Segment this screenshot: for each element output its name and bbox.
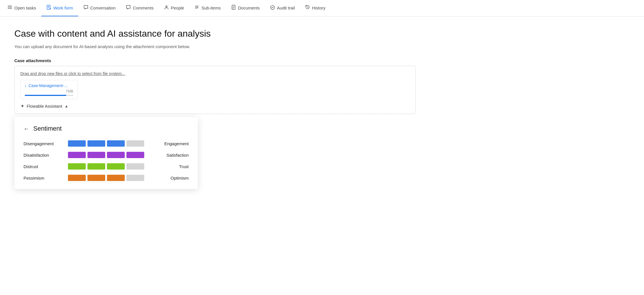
svg-rect-0	[8, 6, 12, 6]
optimism-label: Optimism	[151, 176, 189, 180]
sentiment-row-trust: Distrust Trust	[24, 163, 189, 170]
page-description: You can upload any document for AI-based…	[14, 44, 630, 49]
svg-rect-6	[48, 8, 49, 8]
bar-4	[126, 152, 144, 158]
audit-trail-icon	[270, 5, 275, 11]
sentiment-panel: ← Sentiment Disengagement Engagement Dis…	[14, 117, 198, 189]
svg-rect-1	[8, 7, 12, 8]
file-size: 7MB	[25, 89, 73, 93]
drop-hint-suffix: to select from file system...	[76, 71, 125, 76]
trust-label: Trust	[151, 164, 189, 169]
bar-3	[107, 175, 125, 181]
bar-1	[68, 175, 86, 181]
distrust-label: Distrust	[24, 164, 61, 169]
documents-icon	[231, 5, 236, 11]
bar-1	[68, 140, 86, 147]
drop-hint-link[interactable]: click	[69, 71, 76, 76]
bar-2	[87, 152, 105, 158]
bar-4	[126, 175, 144, 181]
tab-bar: Open tasks Work form Conversation	[0, 0, 644, 17]
bar-4	[126, 163, 144, 170]
disatisfaction-label: Disatisfaction	[24, 153, 61, 158]
bar-2	[87, 163, 105, 170]
sub-items-icon	[194, 5, 199, 11]
tab-audit-trail[interactable]: Audit trail	[265, 0, 300, 16]
tab-work-form[interactable]: Work form	[41, 0, 78, 16]
svg-point-8	[166, 6, 167, 7]
sentiment-title: Sentiment	[33, 125, 62, 132]
svg-rect-5	[48, 7, 49, 7]
work-form-icon	[46, 5, 51, 11]
file-progress-fill	[25, 95, 66, 96]
bar-1	[68, 152, 86, 158]
bar-3	[107, 152, 125, 158]
sentiment-back-button[interactable]: ←	[24, 126, 29, 131]
file-download-icon: ↓	[25, 83, 27, 88]
optimism-bars	[61, 175, 151, 181]
open-tasks-icon	[7, 5, 12, 11]
history-icon	[305, 5, 310, 11]
bar-3	[107, 163, 125, 170]
file-name-link[interactable]: Case-Management-…	[29, 83, 68, 88]
conversation-icon	[83, 5, 88, 11]
people-icon	[164, 5, 169, 11]
sentiment-row-engagement: Disengagement Engagement	[24, 140, 189, 147]
flowable-assistant-row[interactable]: ✦ Flowable Assistant ▲	[20, 103, 68, 109]
tab-people[interactable]: People	[159, 0, 190, 16]
disengagement-label: Disengagement	[24, 141, 61, 146]
flowable-assistant-label: Flowable Assistant	[27, 104, 62, 109]
tab-open-tasks[interactable]: Open tasks	[2, 0, 41, 16]
engagement-label: Engagement	[151, 141, 189, 146]
file-item: ↓ Case-Management-… 7MB	[20, 80, 78, 99]
attachments-label: Case attachments	[14, 58, 630, 63]
svg-rect-7	[50, 8, 51, 9]
sentiment-row-satisfaction: Disatisfaction Satisfaction	[24, 152, 189, 158]
drop-hint-text: Drag and drop new files or	[20, 71, 69, 76]
satisfaction-label: Satisfaction	[151, 153, 189, 158]
satisfaction-bars	[61, 152, 151, 158]
comments-icon	[126, 5, 131, 11]
bar-3	[107, 140, 125, 147]
svg-rect-2	[8, 8, 12, 9]
assistant-chevron-icon: ▲	[65, 104, 68, 108]
svg-rect-4	[48, 6, 49, 6]
bar-4	[126, 140, 144, 147]
sentiment-header: ← Sentiment	[24, 125, 189, 132]
page-title: Case with content and AI assistance for …	[14, 28, 630, 39]
bar-1	[68, 163, 86, 170]
pessimism-label: Pessimism	[24, 176, 61, 180]
sentiment-row-optimism: Pessimism Optimism	[24, 175, 189, 181]
tab-comments[interactable]: Comments	[121, 0, 159, 16]
main-content: Case with content and AI assistance for …	[0, 17, 644, 295]
bar-2	[87, 140, 105, 147]
tab-history[interactable]: History	[300, 0, 331, 16]
engagement-bars	[61, 140, 151, 147]
file-name-row: ↓ Case-Management-…	[25, 83, 73, 88]
tab-sub-items[interactable]: Sub-items	[189, 0, 226, 16]
bar-2	[87, 175, 105, 181]
file-drop-zone[interactable]: Drag and drop new files or click to sele…	[14, 66, 416, 114]
drop-zone-hint: Drag and drop new files or click to sele…	[20, 71, 410, 76]
sentiment-rows: Disengagement Engagement Disatisfaction	[24, 140, 189, 181]
tab-documents[interactable]: Documents	[226, 0, 265, 16]
tab-conversation[interactable]: Conversation	[78, 0, 121, 16]
flowable-assistant-icon: ✦	[20, 103, 24, 109]
trust-bars	[61, 163, 151, 170]
file-progress-bar	[25, 95, 73, 96]
